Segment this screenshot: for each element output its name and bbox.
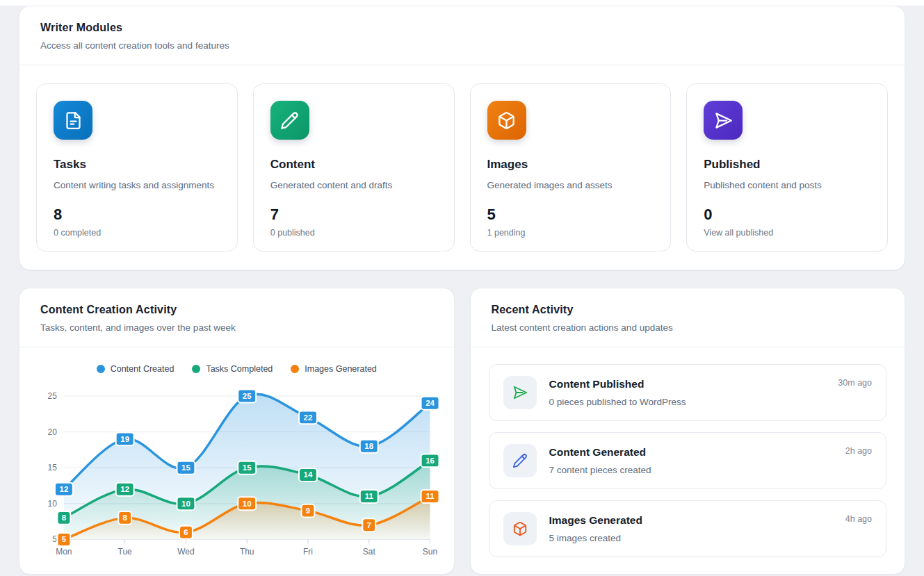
point-label: 11 [360, 490, 378, 503]
module-description: Content writing tasks and assignments [54, 179, 220, 192]
chart-panel-subtitle: Tasks, content, and images over the past… [40, 322, 433, 333]
svg-text:10: 10 [48, 499, 58, 509]
svg-text:Sat: Sat [363, 547, 376, 557]
module-count: 5 [487, 206, 654, 224]
recent-item-images-generated: Images Generated 5 images created 4h ago [489, 500, 887, 557]
svg-text:15: 15 [243, 463, 252, 472]
module-count: 8 [54, 206, 220, 224]
recent-icon-box [503, 376, 537, 409]
legend-label: Content Created [111, 364, 175, 374]
module-card-images[interactable]: Images Generated images and assets 5 1 p… [470, 83, 672, 252]
recent-item-description: 7 content pieces created [549, 465, 651, 475]
point-label: 10 [177, 497, 195, 510]
svg-text:5: 5 [52, 534, 57, 544]
point-label: 24 [421, 397, 439, 410]
legend-dot [192, 365, 200, 373]
svg-text:24: 24 [425, 399, 435, 407]
bottom-row: Content Creation Activity Tasks, content… [19, 288, 905, 575]
svg-text:22: 22 [304, 413, 313, 422]
module-stat: 0 completed [54, 228, 220, 238]
dashboard-page: Writer Modules Access all content creati… [0, 6, 924, 575]
svg-text:20: 20 [48, 427, 58, 437]
recent-item-timestamp: 30m ago [838, 376, 872, 388]
recent-texts: Content Published 0 pieces published to … [549, 376, 686, 407]
recent-activity-list: Content Published 0 pieces published to … [471, 347, 905, 574]
svg-text:11: 11 [425, 492, 435, 500]
point-label: 15 [177, 461, 195, 475]
writer-modules-panel: Writer Modules Access all content creati… [19, 6, 905, 270]
pencil-icon [512, 453, 528, 468]
point-label: 5 [57, 533, 70, 546]
svg-text:Thu: Thu [240, 547, 254, 557]
svg-text:Fri: Fri [303, 547, 313, 557]
svg-text:10: 10 [181, 500, 191, 508]
module-card-published[interactable]: Published Published content and posts 0 … [686, 83, 888, 252]
svg-text:18: 18 [364, 442, 373, 450]
module-title: Tasks [54, 158, 220, 172]
svg-text:15: 15 [48, 463, 58, 472]
svg-text:7: 7 [367, 521, 371, 529]
chart-panel-title: Content Creation Activity [40, 304, 433, 316]
point-label: 8 [57, 511, 70, 525]
module-card-content[interactable]: Content Generated content and drafts 7 0… [253, 83, 455, 252]
module-count: 0 [704, 206, 870, 224]
svg-text:Wed: Wed [177, 547, 194, 557]
svg-text:25: 25 [243, 392, 252, 400]
activity-line-chart[interactable]: 510152025MonTueWedThuFriSatSun1219152522… [33, 379, 440, 566]
page-subtitle: Access all content creation tools and fe… [40, 40, 884, 51]
svg-text:6: 6 [184, 528, 188, 536]
svg-text:Sun: Sun [423, 547, 437, 557]
point-label: 12 [55, 483, 73, 496]
recent-texts: Images Generated 5 images created [549, 512, 642, 543]
recent-activity-panel: Recent Activity Latest content creation … [470, 288, 906, 575]
module-count: 7 [270, 206, 437, 224]
legend-dot [97, 365, 105, 373]
legend-item[interactable]: Images Generated [291, 364, 377, 374]
point-label: 18 [360, 440, 378, 453]
recent-item-title: Images Generated [549, 514, 642, 527]
point-label: 22 [299, 411, 317, 424]
recent-item-description: 0 pieces published to WordPress [549, 397, 686, 407]
svg-text:5: 5 [62, 535, 67, 543]
point-label: 9 [302, 504, 315, 518]
images-icon-badge [487, 101, 526, 140]
svg-text:Mon: Mon [56, 547, 72, 557]
writer-modules-header: Writer Modules Access all content creati… [19, 6, 905, 65]
send-icon [714, 111, 733, 130]
svg-text:8: 8 [122, 513, 127, 522]
svg-text:25: 25 [48, 391, 58, 401]
content-creation-activity-panel: Content Creation Activity Tasks, content… [19, 288, 455, 575]
legend-dot [291, 365, 299, 373]
x-axis: MonTueWedThuFriSatSun [56, 539, 437, 557]
recent-item-content-published: Content Published 0 pieces published to … [489, 364, 887, 421]
svg-text:9: 9 [306, 507, 310, 515]
chart-legend: Content CreatedTasks CompletedImages Gen… [33, 347, 440, 379]
point-label: 7 [362, 518, 375, 532]
module-title: Published [704, 158, 870, 172]
recent-item-title: Content Published [549, 378, 686, 390]
legend-item[interactable]: Tasks Completed [192, 364, 273, 374]
module-title: Images [487, 158, 654, 172]
point-label: 8 [118, 511, 131, 525]
recent-item-timestamp: 2h ago [845, 444, 872, 456]
point-label: 14 [299, 468, 317, 482]
point-label: 19 [116, 432, 134, 445]
point-label: 10 [238, 497, 256, 510]
legend-item[interactable]: Content Created [97, 364, 175, 374]
point-label: 25 [238, 389, 256, 402]
tasks-icon-badge [54, 101, 92, 140]
box-icon [497, 111, 516, 130]
module-card-tasks[interactable]: Tasks Content writing tasks and assignme… [36, 83, 238, 252]
point-label: 12 [116, 483, 134, 496]
page-title: Writer Modules [40, 22, 884, 34]
recent-item-timestamp: 4h ago [845, 512, 872, 524]
recent-panel-title: Recent Activity [492, 304, 884, 316]
chart-area: Content CreatedTasks CompletedImages Gen… [19, 347, 454, 566]
point-label: 11 [421, 490, 439, 503]
module-stat[interactable]: View all published [704, 228, 870, 238]
recent-texts: Content Generated 7 content pieces creat… [549, 444, 651, 475]
send-icon [512, 385, 528, 400]
recent-panel-subtitle: Latest content creation actions and upda… [492, 322, 884, 333]
svg-text:11: 11 [365, 492, 374, 500]
recent-item-title: Content Generated [549, 446, 651, 459]
